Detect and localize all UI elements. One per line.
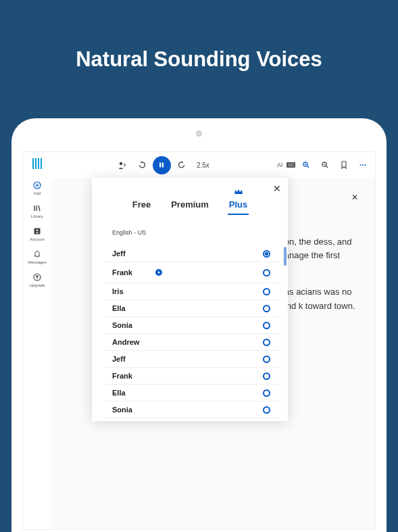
voice-name: Sonia [112, 321, 132, 329]
speed-control[interactable]: 2.5x [193, 162, 214, 169]
voice-tier-tabs: Free Premium Plus [92, 178, 288, 220]
radio-icon[interactable] [263, 372, 270, 380]
sidebar-label: Library [31, 214, 43, 218]
svg-point-2 [36, 229, 39, 231]
books-icon [33, 203, 42, 212]
sidebar-item-library[interactable]: Library [31, 203, 43, 218]
more-icon[interactable] [355, 157, 371, 173]
play-preview-icon[interactable] [155, 269, 162, 276]
sidebar-item-upgrade[interactable]: Upgrade [29, 272, 45, 287]
voice-row[interactable]: Andrew [104, 334, 280, 351]
scrollbar[interactable] [284, 247, 287, 266]
radio-icon[interactable] [263, 339, 270, 346]
radio-icon[interactable] [263, 305, 270, 312]
plus-circle-icon [33, 180, 42, 189]
voice-row[interactable]: Sonia [104, 402, 280, 418]
voice-row[interactable]: Frank [104, 368, 280, 385]
app-logo[interactable] [32, 158, 42, 172]
voice-row[interactable]: Ella [104, 300, 280, 317]
svg-rect-6 [159, 163, 161, 168]
skip-forward-icon[interactable] [174, 157, 190, 173]
voice-name: Frank [112, 268, 132, 276]
voice-row[interactable]: Frank [104, 262, 280, 283]
device-wrapper: Add Library Account [0, 118, 398, 532]
language-selector[interactable]: English - US [92, 220, 288, 241]
voice-list: JeffFrank IrisEllaSoniaAndrewJeffFrankEl… [92, 241, 288, 418]
voice-row[interactable]: Jeff [104, 245, 280, 262]
svg-point-3 [36, 256, 38, 258]
bookmark-icon[interactable] [336, 157, 352, 173]
tab-premium[interactable]: Premium [170, 197, 210, 214]
radio-icon[interactable] [263, 250, 270, 258]
radio-icon[interactable] [263, 322, 270, 329]
bell-icon [32, 249, 41, 258]
voice-name: Iris [112, 287, 124, 295]
sidebar: Add Library Account [23, 152, 51, 529]
svg-point-5 [120, 162, 122, 164]
sidebar-label: Account [30, 237, 45, 241]
sidebar-label: Add [34, 191, 41, 195]
pause-button[interactable] [153, 156, 171, 174]
close-document-icon[interactable]: ✕ [351, 193, 358, 202]
sidebar-label: Messages [28, 260, 46, 264]
sidebar-item-add[interactable]: Add [33, 180, 42, 195]
voice-name: Sonia [112, 406, 132, 414]
search-plus-icon[interactable] [298, 157, 314, 173]
radio-icon[interactable] [263, 356, 270, 363]
voice-name: Ella [112, 389, 126, 397]
voice-person-icon[interactable] [115, 157, 131, 173]
voice-name: Andrew [112, 338, 139, 346]
radio-icon[interactable] [263, 389, 270, 397]
up-arrow-circle-icon [32, 272, 41, 281]
voice-name: Ella [112, 304, 126, 312]
ai-button[interactable]: AI [276, 162, 284, 168]
sidebar-item-messages[interactable]: Messages [28, 249, 46, 264]
voice-selector-popup: ✕ Free Premium Plus [92, 178, 288, 421]
voice-row[interactable]: Ella [104, 385, 280, 402]
voice-row[interactable]: Iris [104, 283, 280, 300]
radio-icon[interactable] [263, 269, 270, 276]
tab-free[interactable]: Free [131, 197, 152, 214]
toolbar: 2.5x AI CC [51, 152, 375, 178]
voice-name: Jeff [112, 249, 126, 258]
language-label: English - US [112, 229, 146, 236]
radio-icon[interactable] [263, 406, 270, 414]
main-panel: 2.5x AI CC [51, 152, 375, 529]
camera-icon [196, 130, 202, 137]
hero-title: Natural Sounding Voices [76, 47, 322, 72]
svg-rect-7 [162, 163, 164, 168]
content-area: ✕ n Glaucon, the dess, and also l manage… [51, 178, 375, 529]
crown-icon [234, 187, 243, 197]
voice-name: Frank [112, 372, 132, 380]
pause-icon [158, 162, 165, 168]
sidebar-item-account[interactable]: Account [30, 226, 45, 241]
voice-row[interactable]: Jeff [104, 351, 280, 368]
tab-label: Plus [229, 199, 247, 210]
app-screen: Add Library Account [22, 151, 376, 530]
radio-icon[interactable] [263, 288, 270, 295]
search-minus-icon[interactable] [317, 157, 333, 173]
svg-rect-1 [34, 228, 41, 234]
tab-plus[interactable]: Plus [228, 197, 249, 214]
user-box-icon [33, 226, 42, 235]
svg-point-11 [362, 164, 364, 166]
tablet-device: Add Library Account [11, 118, 387, 532]
cc-button[interactable]: CC [287, 162, 295, 168]
skip-back-icon[interactable] [134, 157, 150, 173]
close-popup-icon[interactable]: ✕ [273, 183, 281, 194]
sidebar-label: Upgrade [29, 283, 45, 287]
hero-banner: Natural Sounding Voices [0, 0, 398, 118]
svg-point-10 [360, 164, 362, 166]
voice-row[interactable]: Sonia [104, 317, 280, 334]
voice-name: Jeff [112, 355, 126, 363]
svg-point-12 [365, 164, 366, 166]
